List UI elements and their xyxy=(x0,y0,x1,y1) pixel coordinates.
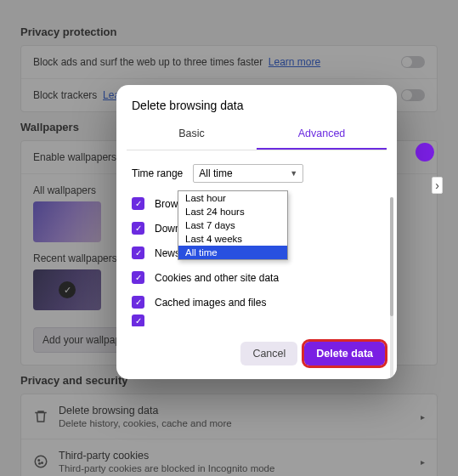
scrollbar[interactable] xyxy=(390,197,393,379)
chevron-down-icon: ▼ xyxy=(290,169,297,178)
option-last-24-hours[interactable]: Last 24 hours xyxy=(178,205,287,218)
time-range-label: Time range xyxy=(132,167,183,179)
time-range-dropdown: Last hour Last 24 hours Last 7 days Last… xyxy=(178,190,288,260)
scrollbar-thumb[interactable] xyxy=(390,197,393,316)
checkbox-checked-icon[interactable]: ✓ xyxy=(132,271,144,284)
checkbox-checked-icon[interactable]: ✓ xyxy=(132,197,144,210)
checkbox-checked-icon[interactable]: ✓ xyxy=(132,246,144,259)
scroll-right-icon[interactable]: › xyxy=(432,177,443,194)
time-range-select[interactable]: All time ▼ xyxy=(193,164,303,183)
delete-browsing-data-dialog: Delete browsing data Basic Advanced Time… xyxy=(116,85,397,379)
tab-basic[interactable]: Basic xyxy=(127,121,257,150)
checkbox-row[interactable]: ✓Cached images and files xyxy=(132,290,382,314)
checkbox-row-partial[interactable]: ✓ xyxy=(132,314,382,326)
select-value: All time xyxy=(199,167,232,179)
dialog-tabs: Basic Advanced xyxy=(127,121,387,150)
option-all-time[interactable]: All time xyxy=(178,246,287,259)
checkbox-checked-icon[interactable]: ✓ xyxy=(132,222,144,235)
delete-data-button[interactable]: Delete data xyxy=(304,342,385,366)
accent-circle xyxy=(416,143,434,162)
option-last-hour[interactable]: Last hour xyxy=(178,191,287,205)
cancel-button[interactable]: Cancel xyxy=(240,342,297,366)
dialog-title: Delete browsing data xyxy=(116,85,397,121)
option-last-7-days[interactable]: Last 7 days xyxy=(178,218,287,232)
checkbox-checked-icon[interactable]: ✓ xyxy=(132,314,144,326)
tab-advanced[interactable]: Advanced xyxy=(257,121,387,150)
option-last-4-weeks[interactable]: Last 4 weeks xyxy=(178,232,287,246)
checkbox-row[interactable]: ✓Cookies and other site data xyxy=(132,265,382,290)
checkbox-checked-icon[interactable]: ✓ xyxy=(132,296,144,309)
